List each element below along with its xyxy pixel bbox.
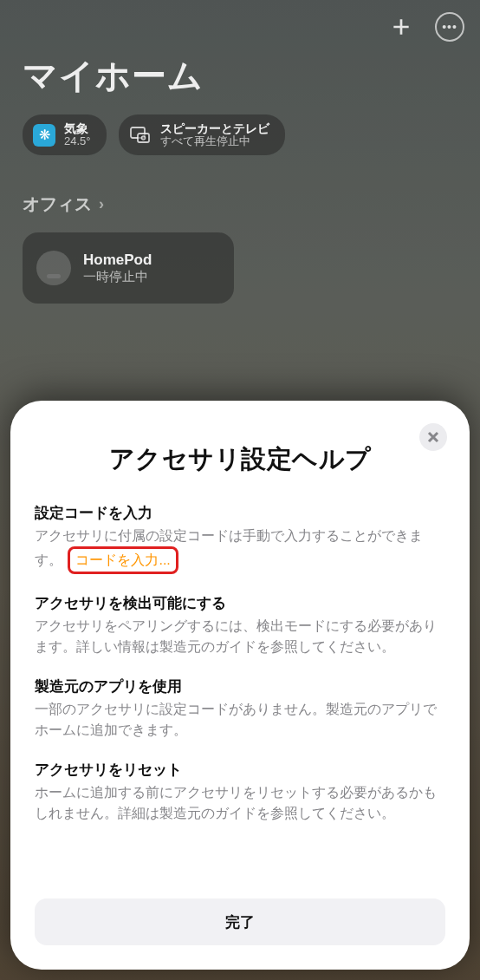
- section-body: アクセサリに付属の設定コードは手動で入力することができます。 コードを入力...: [35, 526, 445, 574]
- more-button[interactable]: •••: [435, 12, 464, 42]
- section-heading: アクセサリをリセット: [35, 760, 445, 780]
- enter-code-link[interactable]: コードを入力...: [75, 552, 170, 567]
- section-body: ホームに追加する前にアクセサリをリセットする必要があるかもしれません。詳細は製造…: [35, 782, 445, 824]
- weather-icon: ❋: [33, 124, 55, 147]
- tutorial-highlight: コードを入力...: [68, 546, 178, 574]
- add-button[interactable]: [386, 12, 416, 42]
- tile-status: 一時停止中: [83, 269, 152, 285]
- help-section-reset: アクセサリをリセット ホームに追加する前にアクセサリをリセットする必要があるかも…: [35, 760, 445, 824]
- help-section-enter-code: 設定コードを入力 アクセサリに付属の設定コードは手動で入力することができます。 …: [35, 503, 445, 574]
- ellipsis-icon: •••: [442, 20, 457, 34]
- section-body: アクセサリをペアリングするには、検出モードにする必要があります。詳しい情報は製造…: [35, 616, 445, 657]
- done-button[interactable]: 完了: [35, 898, 445, 945]
- accessory-tile-homepod[interactable]: HomePod 一時停止中: [23, 232, 234, 304]
- room-section-header[interactable]: オフィス ›: [23, 193, 104, 216]
- section-heading: 製造元のアプリを使用: [35, 676, 445, 696]
- weather-label: 気象: [64, 121, 91, 135]
- help-section-manufacturer-app: 製造元のアプリを使用 一部のアクセサリに設定コードがありません。製造元のアプリで…: [35, 676, 445, 741]
- speaker-sub: すべて再生停止中: [160, 135, 269, 148]
- room-name: オフィス: [23, 193, 92, 216]
- weather-chip[interactable]: ❋ 気象 24.5°: [23, 114, 107, 155]
- sheet-title: アクセサリ設定ヘルプ: [43, 442, 437, 477]
- chevron-right-icon: ›: [99, 195, 104, 213]
- weather-value: 24.5°: [64, 135, 91, 148]
- speaker-tv-icon: [129, 124, 152, 147]
- section-heading: 設定コードを入力: [35, 503, 445, 523]
- svg-rect-1: [138, 134, 149, 142]
- speaker-chip[interactable]: スピーカーとテレビ すべて再生停止中: [119, 114, 285, 155]
- close-button[interactable]: [419, 423, 447, 451]
- tile-title: HomePod: [83, 251, 152, 269]
- speaker-label: スピーカーとテレビ: [160, 121, 269, 135]
- help-section-discoverable: アクセサリを検出可能にする アクセサリをペアリングするには、検出モードにする必要…: [35, 593, 445, 657]
- page-title: マイホーム: [23, 52, 204, 100]
- help-sheet: アクセサリ設定ヘルプ 設定コードを入力 アクセサリに付属の設定コードは手動で入力…: [10, 401, 470, 970]
- plus-icon: [390, 16, 412, 38]
- section-body: 一部のアクセサリに設定コードがありません。製造元のアプリでホームに追加できます。: [35, 699, 445, 741]
- close-icon: [427, 431, 439, 443]
- homepod-icon: [36, 251, 71, 285]
- section-heading: アクセサリを検出可能にする: [35, 593, 445, 613]
